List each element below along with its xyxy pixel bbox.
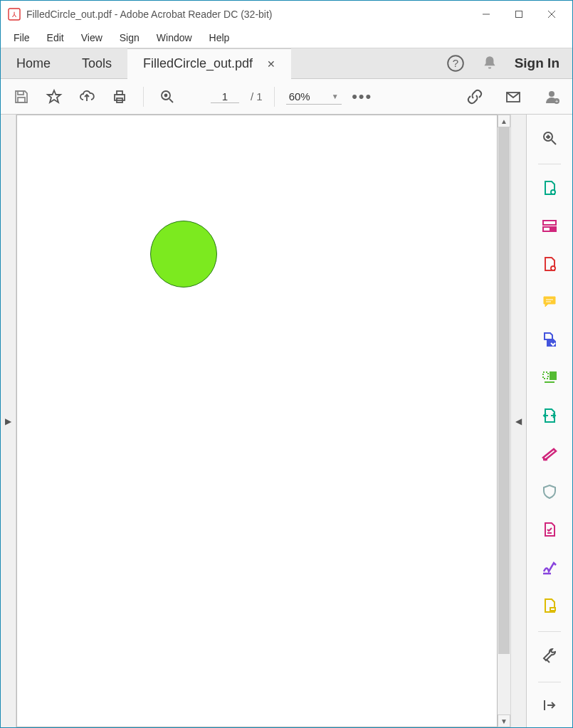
tabbar: Home Tools FilledCircle_out.pdf ✕ ? Sign… (1, 48, 572, 79)
svg-rect-25 (543, 227, 550, 231)
tab-document[interactable]: FilledCircle_out.pdf ✕ (127, 48, 291, 79)
maximize-button[interactable] (503, 4, 535, 25)
send-comments-icon[interactable] (535, 592, 564, 618)
organize-icon[interactable] (535, 364, 564, 391)
pdf-page (16, 115, 498, 727)
svg-text:⅄: ⅄ (11, 11, 17, 19)
print-icon[interactable] (107, 85, 132, 109)
left-nav-pane-toggle[interactable]: ▶ (1, 115, 16, 727)
share-link-icon[interactable] (463, 85, 487, 109)
filled-circle-shape (150, 221, 217, 287)
menu-edit[interactable]: Edit (40, 31, 71, 45)
find-icon[interactable] (155, 85, 179, 109)
chevron-down-icon: ▼ (332, 93, 339, 100)
help-icon[interactable]: ? (446, 54, 465, 73)
titlebar: ⅄ FilledCircle_out.pdf - Adobe Acrobat R… (1, 1, 572, 28)
right-pane-toggle[interactable]: ◀ (510, 115, 526, 727)
svg-rect-30 (543, 372, 548, 379)
more-tools-icon[interactable] (535, 642, 564, 668)
tab-tools-label: Tools (82, 56, 112, 71)
svg-rect-26 (552, 227, 556, 231)
save-icon[interactable] (9, 85, 33, 109)
edit-pdf-icon[interactable] (535, 213, 564, 239)
toolbar: / 1 60% ▼ ••• + (1, 79, 572, 115)
menu-window[interactable]: Window (149, 31, 199, 45)
menu-sign[interactable]: Sign (112, 31, 147, 45)
svg-text:+: + (555, 98, 559, 105)
protect-icon[interactable] (535, 478, 564, 505)
page-total-label: / 1 (251, 90, 263, 102)
menu-file[interactable]: File (6, 31, 37, 45)
svg-point-17 (549, 91, 554, 97)
svg-rect-3 (516, 11, 522, 18)
tab-document-label: FilledCircle_out.pdf (143, 56, 253, 71)
chevron-left-icon: ◀ (515, 416, 522, 426)
zoom-dropdown[interactable]: 60% ▼ (286, 89, 342, 105)
vertical-scrollbar[interactable]: ▲ ▼ (498, 115, 510, 727)
separator (143, 87, 144, 107)
svg-rect-8 (18, 91, 23, 95)
svg-line-14 (169, 99, 173, 102)
page-number-input[interactable] (211, 90, 239, 103)
search-icon[interactable]: + (535, 125, 564, 151)
svg-text:?: ? (452, 57, 458, 69)
divider (538, 164, 561, 164)
profile-icon[interactable]: + (540, 85, 564, 109)
create-pdf-icon[interactable] (535, 250, 564, 277)
close-button[interactable] (535, 4, 568, 25)
document-area[interactable]: ▲ ▼ (16, 115, 510, 727)
menu-help[interactable]: Help (202, 31, 237, 45)
svg-rect-24 (543, 221, 556, 225)
zoom-value: 60% (289, 90, 310, 102)
svg-line-21 (552, 140, 556, 144)
combine-icon[interactable] (535, 327, 564, 353)
content-area: ▶ ▲ ▼ ◀ + (1, 115, 572, 727)
notifications-icon[interactable] (480, 54, 499, 73)
chevron-right-icon: ▶ (5, 416, 11, 426)
svg-rect-11 (117, 91, 122, 95)
app-icon: ⅄ (8, 8, 21, 21)
sign-in-button[interactable]: Sign In (515, 56, 559, 71)
tab-close-icon[interactable]: ✕ (267, 58, 275, 70)
divider (538, 682, 561, 682)
scroll-thumb[interactable] (498, 127, 510, 654)
compress-icon[interactable] (535, 402, 564, 428)
menu-view[interactable]: View (74, 31, 110, 45)
svg-rect-9 (18, 97, 25, 102)
scroll-down-icon[interactable]: ▼ (498, 714, 510, 727)
separator (274, 87, 275, 107)
more-options-icon[interactable]: ••• (350, 85, 374, 109)
email-icon[interactable] (501, 85, 525, 109)
redact-icon[interactable] (535, 441, 564, 467)
fill-sign-icon[interactable] (535, 516, 564, 542)
scroll-up-icon[interactable]: ▲ (498, 115, 510, 127)
sign-icon[interactable] (535, 554, 564, 581)
divider (538, 631, 561, 632)
star-icon[interactable] (42, 85, 66, 109)
export-pdf-icon[interactable] (535, 174, 564, 201)
svg-point-15 (165, 94, 167, 96)
menubar: File Edit View Sign Window Help (1, 28, 572, 48)
comment-icon[interactable] (535, 288, 564, 315)
window-title: FilledCircle_out.pdf - Adobe Acrobat Rea… (26, 9, 273, 20)
svg-text:+: + (547, 134, 550, 140)
collapse-icon[interactable] (535, 692, 564, 719)
minimize-button[interactable] (470, 4, 503, 25)
tab-home-label: Home (16, 56, 51, 71)
tab-home[interactable]: Home (1, 48, 66, 78)
cloud-upload-icon[interactable] (75, 85, 99, 109)
tools-sidepanel: + (526, 115, 572, 727)
svg-rect-31 (550, 372, 556, 379)
tab-tools[interactable]: Tools (66, 48, 127, 78)
